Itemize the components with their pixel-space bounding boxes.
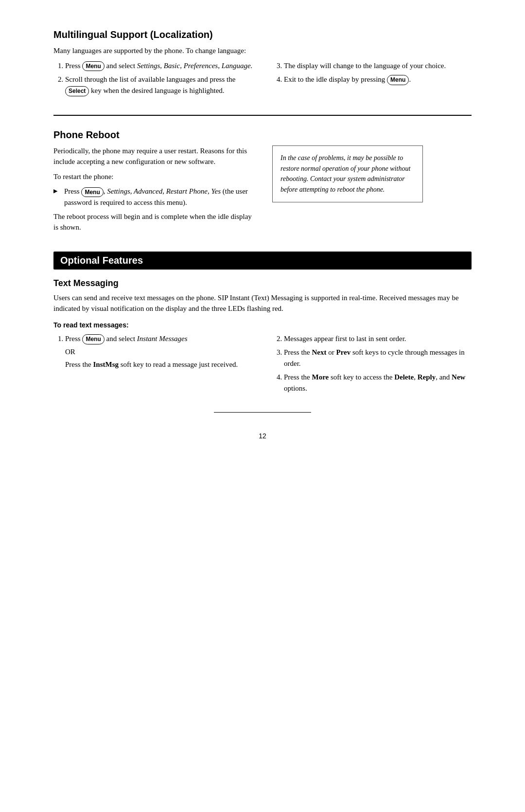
multilingual-step4: Exit to the idle display by pressing Men…: [284, 74, 472, 85]
step2-text-before: Scroll through the list of available lan…: [65, 75, 235, 83]
reboot-right-col: In the case of problems, it may be possi…: [272, 145, 472, 237]
text-messaging-section: Text Messaging Users can send and receiv…: [53, 278, 472, 398]
tm-step4: Press the More soft key to access the De…: [284, 372, 472, 394]
reboot-note-text: In the case of problems, it may be possi…: [280, 154, 410, 193]
phone-reboot-title: Phone Reboot: [53, 129, 472, 141]
multilingual-step3: The display will change to the language …: [284, 60, 472, 72]
multilingual-title: Multilingual Support (Localization): [53, 29, 472, 40]
multilingual-step2: Scroll through the list of available lan…: [65, 74, 253, 96]
multilingual-section: Multilingual Support (Localization) Many…: [53, 29, 472, 100]
reboot-para1: Periodically, the phone may require a us…: [53, 145, 253, 167]
text-messaging-right-col: Messages appear first to last in sent or…: [272, 333, 472, 398]
tm-step1-press: Press: [65, 335, 82, 343]
phone-reboot-section: Phone Reboot Periodically, the phone may…: [53, 129, 472, 237]
footer-line: [214, 412, 311, 413]
to-read-label: To read text messages:: [53, 320, 472, 330]
reboot-bullet-item: Press Menu, Settings, Advanced, Restart …: [53, 186, 253, 208]
text-messaging-title: Text Messaging: [53, 278, 472, 289]
multilingual-steps-right: The display will change to the language …: [284, 60, 472, 85]
tm-instmsg-before: Press the InstMsg soft key to read a mes…: [65, 361, 238, 368]
section-divider: [53, 115, 472, 116]
reboot-two-col: Periodically, the phone may require a us…: [53, 145, 472, 237]
step1-select-text: and select Settings, Basic, Preferences,…: [105, 62, 253, 70]
tm-step2: Messages appear first to last in sent or…: [284, 333, 472, 344]
multilingual-intro: Many languages are supported by the phon…: [53, 45, 472, 56]
reboot-note-box: In the case of problems, it may be possi…: [272, 145, 423, 202]
reboot-left-col: Periodically, the phone may require a us…: [53, 145, 253, 237]
step4-text-after: .: [409, 75, 411, 83]
multilingual-right-col: The display will change to the language …: [272, 60, 472, 100]
text-messaging-steps-left: Press Menu and select Instant Messages O…: [65, 333, 253, 370]
page-number: 12: [53, 432, 472, 440]
tm-step3-before: Press the Next or Prev soft keys to cycl…: [284, 348, 465, 367]
tm-step3: Press the Next or Prev soft keys to cycl…: [284, 347, 472, 369]
multilingual-two-col: Press Menu and select Settings, Basic, P…: [53, 60, 472, 100]
tm-step1-italic: and select Instant Messages: [105, 335, 188, 343]
menu-key-2: Menu: [387, 75, 409, 85]
text-messaging-step1: Press Menu and select Instant Messages O…: [65, 333, 253, 370]
step4-text-before: Exit to the idle display by pressing: [284, 75, 387, 83]
multilingual-left-col: Press Menu and select Settings, Basic, P…: [53, 60, 253, 100]
optional-features-header: Optional Features: [53, 252, 472, 270]
menu-key-3: Menu: [81, 187, 103, 198]
reboot-para3: The reboot process will begin and is com…: [53, 211, 253, 233]
text-messaging-left-col: Press Menu and select Instant Messages O…: [53, 333, 253, 398]
reboot-bullet-list: Press Menu, Settings, Advanced, Restart …: [53, 186, 253, 208]
reboot-press-text: Press: [64, 187, 81, 195]
multilingual-steps-left: Press Menu and select Settings, Basic, P…: [65, 60, 253, 96]
step2-text-after: key when the desired language is highlig…: [89, 87, 224, 94]
menu-key-1: Menu: [82, 61, 104, 72]
text-messaging-steps-right: Messages appear first to last in sent or…: [284, 333, 472, 394]
multilingual-step1: Press Menu and select Settings, Basic, P…: [65, 60, 253, 72]
text-messaging-two-col: Press Menu and select Instant Messages O…: [53, 333, 472, 398]
tm-step4-text: Press the More soft key to access the De…: [284, 373, 465, 392]
step1-press-text: Press: [65, 62, 82, 70]
reboot-para2: To restart the phone:: [53, 171, 253, 182]
page-content: Multilingual Support (Localization) Many…: [53, 0, 472, 479]
select-key-1: Select: [65, 86, 89, 96]
or-text: OR: [65, 346, 253, 358]
text-messaging-intro: Users can send and receive text messages…: [53, 292, 472, 314]
menu-key-4: Menu: [82, 334, 104, 344]
